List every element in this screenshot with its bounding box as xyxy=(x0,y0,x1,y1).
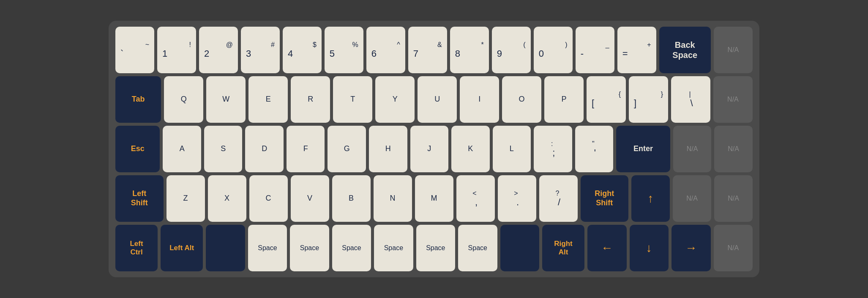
row-4: LeftShift Z X C V B N M < , > . ? / Righ… xyxy=(115,175,753,222)
row-5: LeftCtrl Left Alt Space Space Space Spac… xyxy=(115,225,753,271)
key-left-shift[interactable]: LeftShift xyxy=(115,175,164,222)
key-na-1: N/A xyxy=(714,27,753,73)
key-right-alt[interactable]: RightAlt xyxy=(542,225,584,271)
key-5[interactable]: % 5 xyxy=(325,27,363,73)
key-u[interactable]: U xyxy=(418,76,457,123)
key-left-apple[interactable] xyxy=(206,225,245,271)
key-y[interactable]: Y xyxy=(375,76,415,123)
key-backspace[interactable]: Back Space xyxy=(659,27,711,73)
key-right-apple[interactable] xyxy=(500,225,539,271)
key-na-5: N/A xyxy=(673,175,711,222)
key-slash[interactable]: ? / xyxy=(539,175,578,222)
key-n[interactable]: N xyxy=(374,175,412,222)
key-backslash[interactable]: | \ xyxy=(671,76,710,123)
key-space-1[interactable]: Space xyxy=(248,225,287,271)
key-right[interactable]: → xyxy=(671,225,710,271)
key-i[interactable]: I xyxy=(460,76,499,123)
key-semicolon[interactable]: : ; xyxy=(534,126,572,172)
key-f[interactable]: F xyxy=(287,126,325,172)
key-q[interactable]: Q xyxy=(164,76,203,123)
key-g[interactable]: G xyxy=(328,126,366,172)
key-na-4: N/A xyxy=(714,126,753,172)
key-quote[interactable]: " ' xyxy=(575,126,614,172)
row-1: ~ ` ! 1 @ 2 # 3 $ 4 % 5 ^ 6 & 7 xyxy=(115,27,753,73)
key-space-2[interactable]: Space xyxy=(290,225,329,271)
key-tab[interactable]: Tab xyxy=(115,76,161,123)
key-m[interactable]: M xyxy=(415,175,453,222)
key-v[interactable]: V xyxy=(291,175,329,222)
key-4[interactable]: $ 4 xyxy=(283,27,322,73)
key-2[interactable]: @ 2 xyxy=(199,27,238,73)
key-7[interactable]: & 7 xyxy=(408,27,447,73)
key-period[interactable]: > . xyxy=(498,175,536,222)
key-9[interactable]: ( 9 xyxy=(492,27,531,73)
key-t[interactable]: T xyxy=(333,76,372,123)
key-left-alt[interactable]: Left Alt xyxy=(161,225,203,271)
key-right-shift[interactable]: RightShift xyxy=(581,175,629,222)
key-minus[interactable]: _ - xyxy=(576,27,614,73)
key-enter[interactable]: Enter xyxy=(616,126,670,172)
key-equal[interactable]: + = xyxy=(617,27,656,73)
key-p[interactable]: P xyxy=(544,76,584,123)
key-space-6[interactable]: Space xyxy=(458,225,497,271)
key-esc[interactable]: Esc xyxy=(115,126,160,172)
key-left-ctrl[interactable]: LeftCtrl xyxy=(115,225,158,271)
key-r[interactable]: R xyxy=(291,76,330,123)
key-na-2: N/A xyxy=(713,76,753,123)
key-z[interactable]: Z xyxy=(167,175,205,222)
key-c[interactable]: C xyxy=(249,175,288,222)
key-e[interactable]: E xyxy=(248,76,288,123)
key-s[interactable]: S xyxy=(204,126,243,172)
key-space-3[interactable]: Space xyxy=(332,225,371,271)
row-2: Tab Q W E R T Y U I O P { [ } ] | \ N/A xyxy=(115,76,753,123)
row-3: Esc A S D F G H J K L : ; " ' Enter N/A … xyxy=(115,126,753,172)
key-8[interactable]: * 8 xyxy=(450,27,489,73)
key-x[interactable]: X xyxy=(208,175,246,222)
key-j[interactable]: J xyxy=(410,126,449,172)
key-k[interactable]: K xyxy=(451,126,490,172)
key-lbracket[interactable]: { [ xyxy=(587,76,626,123)
key-na-3: N/A xyxy=(673,126,712,172)
key-1[interactable]: ! 1 xyxy=(157,27,196,73)
key-rbracket[interactable]: } ] xyxy=(629,76,668,123)
key-space-5[interactable]: Space xyxy=(416,225,455,271)
key-3[interactable]: # 3 xyxy=(241,27,280,73)
key-o[interactable]: O xyxy=(502,76,541,123)
key-up[interactable]: ↑ xyxy=(631,175,670,222)
key-6[interactable]: ^ 6 xyxy=(366,27,405,73)
key-h[interactable]: H xyxy=(369,126,407,172)
key-comma[interactable]: < , xyxy=(456,175,495,222)
key-l[interactable]: L xyxy=(493,126,531,172)
key-a[interactable]: A xyxy=(163,126,201,172)
key-w[interactable]: W xyxy=(206,76,246,123)
key-tilde[interactable]: ~ ` xyxy=(115,27,154,73)
key-0[interactable]: ) 0 xyxy=(534,27,573,73)
key-na-6: N/A xyxy=(714,175,753,222)
keyboard: ~ ` ! 1 @ 2 # 3 $ 4 % 5 ^ 6 & 7 xyxy=(109,21,759,277)
key-space-4[interactable]: Space xyxy=(374,225,413,271)
key-down[interactable]: ↓ xyxy=(630,225,669,271)
key-b[interactable]: B xyxy=(332,175,371,222)
key-left[interactable]: ← xyxy=(587,225,626,271)
key-d[interactable]: D xyxy=(245,126,284,172)
key-na-7: N/A xyxy=(714,225,753,271)
